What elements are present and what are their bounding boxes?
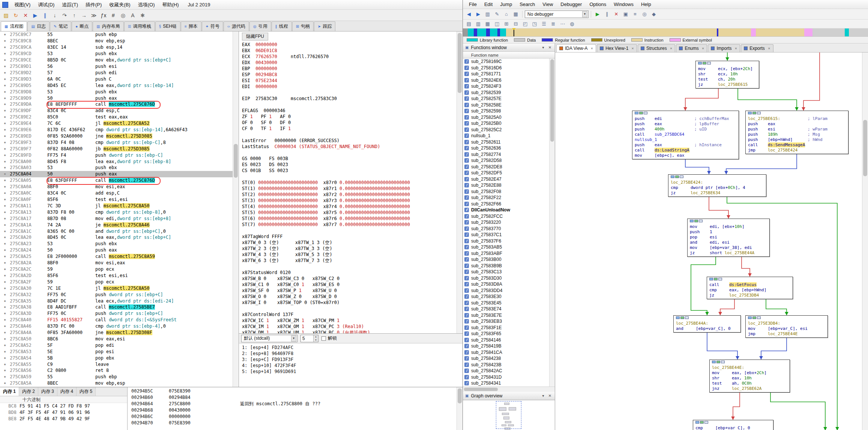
register-line[interactable]: EDI 00000000	[242, 84, 455, 90]
function-row[interactable]: fsub_27583F65	[463, 331, 549, 337]
register-line[interactable]: ECX 77626570 ntdll.77626570	[242, 54, 455, 60]
disasm-row[interactable]: ●275C8A4A0F85 3FA60000jne mscomctl.275D3…	[0, 330, 233, 336]
breakpoint-dot[interactable]: ●	[0, 90, 10, 93]
disasm-row[interactable]: ●275C8A2C59pop ecx	[0, 266, 233, 273]
disasm-row[interactable]: ●275C8A25E8 2F000000call mscomctl.275C8A…	[0, 253, 233, 260]
menu-item[interactable]: 追踪(T)	[58, 0, 82, 9]
disasm-row[interactable]: ●275C8A2F59pop ecx	[0, 279, 233, 285]
graph-node-5[interactable]: mov edi, [ebx+10h]push 1pop esiand edi, …	[687, 219, 770, 257]
add-view-icon[interactable]: ⊞	[502, 20, 511, 28]
breakpoint-dot[interactable]: ●	[0, 78, 10, 81]
function-row[interactable]: fsub_27582DF5	[463, 170, 549, 176]
chevron-down-icon[interactable]: ▼	[582, 11, 587, 17]
attach-icon[interactable]: ▣	[622, 10, 630, 18]
breakpoint-dot[interactable]: ●	[0, 122, 10, 125]
graph-node-6[interactable]: call ds:GetFocuscmp eax, [ebp+hWnd]jz lo…	[707, 277, 793, 299]
disassembly-scrollbar[interactable]	[233, 31, 239, 387]
disasm-row[interactable]: ●275C89D36A 0Cpush C	[0, 76, 233, 82]
run-to-cursor-icon[interactable]: →	[80, 11, 89, 20]
breakpoint-dot[interactable]: ●	[0, 357, 10, 360]
view-tab-8[interactable]: ≡脚本	[181, 21, 201, 31]
function-row[interactable]: fsub_27583D30	[463, 275, 549, 282]
register-line[interactable]: GS 0000 FS 003B	[242, 156, 455, 162]
close-icon[interactable]: ✕	[670, 47, 673, 50]
argument-count-spinner[interactable]: 5 ▲▼	[300, 335, 318, 342]
graph-scrollbar[interactable]	[862, 52, 868, 430]
register-line[interactable]: x87CW_IC 1 x87CW_ZM 1 x87CW_PM 1	[242, 318, 455, 324]
scroll-thumb[interactable]	[550, 59, 554, 142]
breakpoint-dot[interactable]: ●	[0, 274, 10, 277]
dump-tab-2[interactable]: 内存 2	[19, 387, 38, 396]
more-icon[interactable]: ⋯	[559, 20, 567, 28]
function-row[interactable]: fsub_27582D58	[463, 157, 549, 164]
details-icon[interactable]: ≣	[549, 20, 557, 28]
graph-node-4[interactable]: loc_275BE424:cmp dword ptr [ebx+0Ch], 4j…	[668, 174, 766, 197]
disasm-row[interactable]: ●275C89FDFF75 F4push dword ptr ss:[ebp-C…	[0, 152, 233, 158]
function-row[interactable]: fsub_27583C13	[463, 269, 549, 275]
breakpoint-dot[interactable]: ●	[0, 223, 10, 226]
disasm-row[interactable]: ●275C8A2D85F6test esi,esi	[0, 272, 233, 279]
breakpoint-dot[interactable]: ●	[0, 97, 10, 100]
disasm-row[interactable]: ●275C8A5955push ebp	[0, 374, 233, 380]
view-tab-3[interactable]: ✎笔记	[50, 21, 71, 31]
function-row[interactable]: fsub_27583E7E	[463, 312, 549, 319]
breakpoint-dot[interactable]: ●	[0, 211, 10, 214]
disasm-row[interactable]: ●275C8A38E8 AAD1FBFFcall mscomctl.27585B…	[0, 304, 233, 310]
function-row[interactable]: fnullsub_1	[463, 133, 549, 139]
disasm-row[interactable]: ●275C8A1A74 2Aje mscomctl.275C8A46	[0, 222, 233, 228]
disasm-row[interactable]: ●275C8A2A8BF0mov esi,eax	[0, 260, 233, 266]
breakpoint-dot[interactable]: ●	[0, 115, 10, 118]
chevron-down-icon[interactable]: ▼	[291, 336, 296, 342]
dock-menu-icon[interactable]: ▾	[541, 393, 546, 399]
function-row[interactable]: fsub_275841CA	[463, 349, 549, 356]
function-row[interactable]: fsub_27583E45	[463, 300, 549, 306]
functions-hscrollbar[interactable]	[463, 387, 555, 392]
register-line[interactable]: x87ControlWord 137F	[242, 312, 455, 318]
disasm-row[interactable]: ●275C8A40FF15 40155827call dword ptr ds:…	[0, 317, 233, 323]
step-over-icon[interactable]: ↷	[60, 11, 69, 20]
menu-item[interactable]: 插件(P)	[82, 0, 105, 9]
function-row[interactable]: fsub_27582DE8	[463, 164, 549, 170]
function-row[interactable]: fsub_275837C1	[463, 232, 549, 238]
function-row[interactable]: fsub_27583B9B	[463, 263, 549, 269]
breakpoint-dot[interactable]: ●	[0, 198, 10, 201]
register-line[interactable]	[242, 90, 455, 96]
trace-icon[interactable]: ≫	[89, 11, 98, 20]
view-tab-11[interactable]: ◎引用	[249, 21, 271, 31]
register-line[interactable]	[242, 306, 455, 312]
menu-item[interactable]: 收藏夹(B)	[105, 0, 134, 9]
view-tab-2[interactable]: ▤日志	[27, 21, 49, 31]
breakpoint-list-icon[interactable]: ≡	[631, 10, 639, 18]
dock-left-icon[interactable]: ◰	[521, 20, 529, 28]
disasm-row[interactable]: ●275C8A0F85F6test esi,esi	[0, 196, 233, 203]
function-row[interactable]: fsub_27584146	[463, 337, 549, 343]
disasm-row[interactable]: ●275C89C88BECmov ebp,esp	[0, 38, 233, 44]
breakpoint-dot[interactable]: ●	[0, 312, 10, 315]
disasm-row[interactable]: ●275C8A117C 3Djl mscomctl.275C8A50	[0, 202, 233, 209]
breakpoint-dot[interactable]: ●	[0, 65, 10, 68]
breakpoint-dot[interactable]: ●	[0, 242, 10, 245]
debugger-select[interactable]: No debugger ▼	[525, 10, 589, 18]
function-name-column-header[interactable]: Function name	[463, 52, 555, 58]
view-tab-6[interactable]: ☰调用堆栈	[124, 21, 155, 31]
register-line[interactable]: x87SW_SF 0 x87SW_P 1 x87SW_U 0	[242, 288, 455, 294]
fx-icon[interactable]: ƒx	[99, 11, 108, 20]
graph-canvas[interactable]: mov ecx, [ebx+2Ch]shr ecx, 10htest ch, 2…	[555, 52, 862, 430]
breakpoint-dot[interactable]: ●	[0, 109, 10, 112]
graph-view[interactable]: mov ecx, [ebx+2Ch]shr ecx, 10htest ch, 2…	[555, 52, 868, 430]
scroll-thumb[interactable]	[464, 388, 498, 391]
breakpoint-dot[interactable]: ●	[0, 141, 10, 144]
stop-debug-icon[interactable]: ✕	[21, 11, 30, 20]
dump-row[interactable]: BC8F5 91 41 F5 C4 27 FD F8 97	[0, 403, 127, 409]
navigation-band[interactable]	[463, 28, 868, 37]
breakpoint-dot[interactable]: ●	[0, 249, 10, 252]
register-line[interactable]: x87CW_IM 1 x87CW_OM 1 x87CW_PC 3 (Real10…	[242, 324, 455, 330]
register-line[interactable]: ES 0023 DS 0023	[242, 162, 455, 168]
hide-fpu-button[interactable]: 隐藏FPU	[242, 33, 268, 40]
breakpoint-dot[interactable]: ●	[0, 268, 10, 271]
stack-row[interactable]: 00294B6800430000	[128, 407, 463, 414]
view-tab-10[interactable]: ‹›源代码	[224, 21, 249, 31]
function-row[interactable]: fsub_27584341	[463, 380, 549, 387]
document-tab[interactable]: Structures✕	[638, 44, 675, 52]
close-icon[interactable]: ✕	[590, 47, 593, 50]
